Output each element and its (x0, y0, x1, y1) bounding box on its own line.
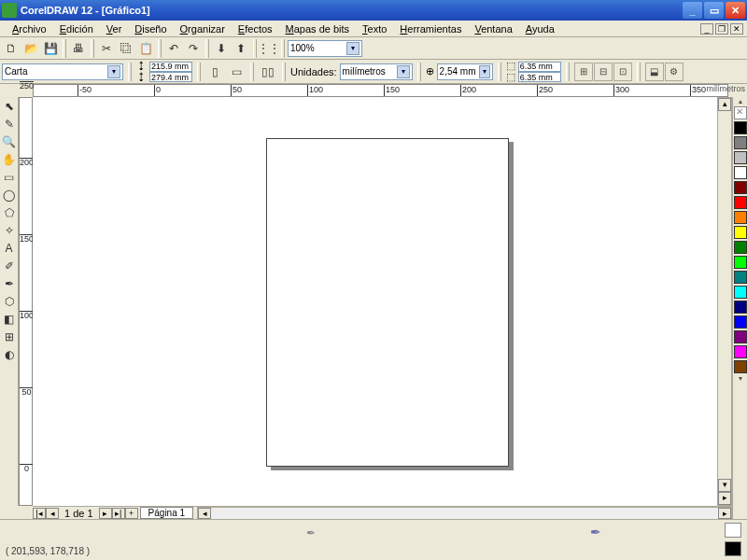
redo-icon[interactable]: ↷ (184, 39, 203, 58)
zoom-input[interactable] (290, 43, 346, 53)
scroll-right-icon[interactable]: ▸ (718, 508, 731, 519)
text-tool[interactable]: A (0, 239, 18, 257)
palette-down-icon[interactable]: ▾ (739, 374, 742, 383)
fill-tool[interactable]: ◐ (0, 345, 18, 363)
scroll-up-icon[interactable]: ▴ (718, 98, 731, 111)
scroll-down-icon[interactable]: ▾ (718, 479, 731, 492)
print-icon[interactable]: 🖶 (69, 39, 88, 58)
page-width-input[interactable] (149, 62, 192, 72)
copy-icon[interactable]: ⿻ (117, 39, 135, 58)
freehand-tool[interactable]: ✐ (0, 257, 18, 274)
color-swatch[interactable] (734, 136, 747, 149)
doc-restore[interactable]: ❐ (715, 23, 728, 35)
color-swatch[interactable] (734, 286, 747, 299)
page[interactable] (266, 138, 509, 467)
page-tab[interactable]: Página 1 (140, 507, 193, 519)
eyedropper-tool[interactable]: ◧ (0, 310, 18, 328)
chevron-down-icon[interactable]: ▾ (346, 42, 359, 55)
interactive-tool[interactable]: ⬡ (0, 292, 18, 310)
rectangle-tool[interactable]: ▭ (0, 168, 18, 186)
color-swatch[interactable] (734, 301, 747, 314)
fill-indicator[interactable] (725, 523, 741, 538)
export-icon[interactable]: ⬆ (232, 39, 250, 58)
polygon-tool[interactable]: ⬠ (0, 203, 18, 221)
pick-tool[interactable]: ⬉ (0, 97, 18, 115)
paste-icon[interactable]: 📋 (136, 39, 155, 58)
scroll-left-icon[interactable]: ◂ (198, 508, 211, 519)
units-input[interactable] (343, 66, 397, 77)
color-swatch[interactable] (734, 360, 747, 373)
doc-minimize[interactable]: _ (700, 23, 713, 35)
add-page-button[interactable]: + (125, 508, 138, 519)
color-swatch[interactable] (734, 211, 747, 224)
portrait-icon[interactable]: ▯ (205, 63, 224, 81)
next-page-button[interactable]: ▸ (99, 508, 112, 519)
spinner-icon[interactable]: ▾ (479, 65, 490, 78)
menu-archivo[interactable]: Archivo (6, 22, 53, 35)
save-icon[interactable]: 💾 (41, 39, 60, 58)
color-swatch[interactable] (734, 256, 747, 269)
menu-ver[interactable]: Ver (100, 22, 129, 35)
pen-tool[interactable]: ✒ (0, 274, 18, 292)
landscape-icon[interactable]: ▭ (227, 63, 246, 81)
cut-icon[interactable]: ✂ (97, 39, 116, 58)
hand-tool[interactable]: ✋ (0, 150, 18, 168)
outline-indicator[interactable] (725, 541, 741, 556)
color-swatch[interactable] (734, 271, 747, 284)
close-button[interactable]: ✕ (726, 2, 745, 19)
dup-y-input[interactable] (518, 72, 561, 82)
color-swatch[interactable] (734, 226, 747, 239)
open-icon[interactable]: 📂 (21, 39, 40, 58)
maximize-button[interactable]: ▭ (704, 2, 724, 19)
menu-mapas-de-bits[interactable]: Mapas de bits (279, 22, 357, 35)
options-btn[interactable]: ⚙ (665, 63, 684, 81)
color-swatch[interactable] (734, 315, 747, 329)
color-swatch[interactable] (734, 196, 747, 209)
menu-ayuda[interactable]: Ayuda (519, 22, 561, 35)
prev-page-button[interactable]: ◂ (46, 508, 59, 519)
menu-edición[interactable]: Edición (53, 22, 100, 35)
new-icon[interactable]: 🗋 (2, 39, 21, 58)
app-launcher-icon[interactable]: ⋮⋮ (260, 39, 278, 58)
last-page-button[interactable]: ▸| (112, 508, 125, 519)
basic-shapes-tool[interactable]: ✧ (0, 221, 18, 239)
menu-efectos[interactable]: Efectos (232, 22, 279, 35)
ellipse-tool[interactable]: ◯ (0, 186, 18, 203)
no-color-swatch[interactable] (734, 106, 747, 119)
color-swatch[interactable] (734, 151, 747, 164)
scroll-right-icon[interactable]: ▸ (718, 492, 731, 505)
nudge-input[interactable]: ▾ (437, 63, 493, 80)
canvas[interactable] (33, 97, 732, 506)
snap-btn[interactable]: ⊟ (594, 63, 613, 81)
page-height-input[interactable] (149, 72, 192, 82)
chevron-down-icon[interactable]: ▾ (107, 65, 120, 78)
units-combo[interactable]: ▾ (340, 63, 413, 80)
menu-herramientas[interactable]: Herramientas (393, 22, 468, 35)
chevron-down-icon[interactable]: ▾ (397, 65, 410, 78)
snap-btn[interactable]: ⊞ (574, 63, 593, 81)
menu-organizar[interactable]: Organizar (174, 22, 232, 35)
zoom-combo[interactable]: ▾ (288, 40, 362, 57)
align-btn[interactable]: ⬓ (645, 63, 664, 81)
palette-up-icon[interactable]: ▴ (739, 97, 742, 105)
paper-input[interactable] (5, 66, 107, 77)
minimize-button[interactable]: _ (683, 2, 702, 19)
import-icon[interactable]: ⬇ (212, 39, 231, 58)
undo-icon[interactable]: ↶ (164, 39, 183, 58)
color-swatch[interactable] (734, 181, 747, 194)
horizontal-scrollbar[interactable]: ◂ ▸ (197, 507, 732, 520)
color-swatch[interactable] (734, 166, 747, 179)
color-swatch[interactable] (734, 345, 747, 358)
paper-combo[interactable]: ▾ (2, 63, 123, 80)
color-swatch[interactable] (734, 241, 747, 254)
shape-tool[interactable]: ✎ (0, 115, 18, 133)
doc-close[interactable]: ✕ (730, 23, 743, 35)
outline-tool[interactable]: ⊞ (0, 328, 18, 345)
color-swatch[interactable] (734, 121, 747, 134)
snap-btn[interactable]: ⊡ (613, 63, 632, 81)
menu-diseño[interactable]: Diseño (128, 22, 173, 35)
facing-pages-icon[interactable]: ▯▯ (259, 63, 277, 81)
vertical-scrollbar[interactable]: ▴ ▾ ▸ (717, 97, 732, 506)
zoom-tool[interactable]: 🔍 (0, 133, 18, 150)
first-page-button[interactable]: |◂ (33, 508, 46, 519)
